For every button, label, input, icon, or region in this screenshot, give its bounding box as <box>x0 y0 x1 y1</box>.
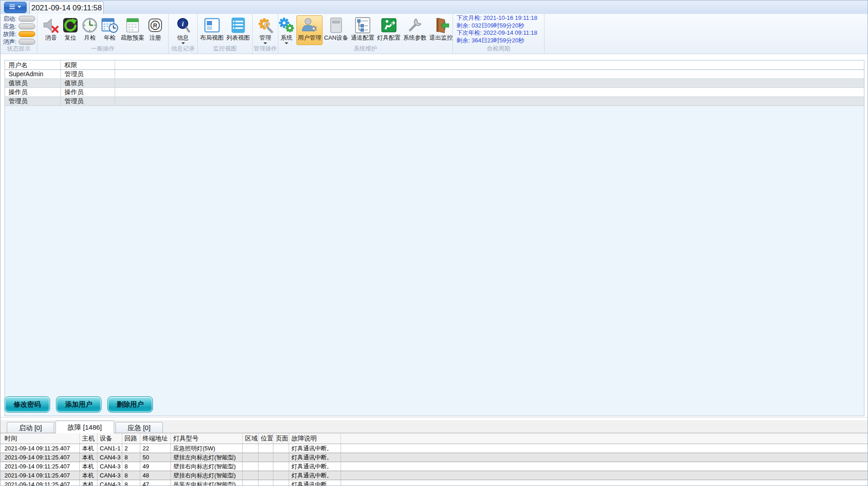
can-device-icon <box>328 16 344 34</box>
ribbon-group-views: 布局视图 列表视图 监控视图 <box>198 14 253 54</box>
app-menu-button[interactable] <box>4 2 27 13</box>
host-cell: 本机 <box>80 480 97 486</box>
column-header-loop[interactable]: 回路 <box>122 433 140 444</box>
lamp-model-cell: 壁挂右向标志灯(智能型) <box>171 462 243 471</box>
evacuation-plan-icon <box>125 16 141 34</box>
monthly-remaining-text: 剩余: 032日09时59分20秒 <box>457 22 524 30</box>
column-header-filler <box>341 433 868 444</box>
calendar-clock-icon <box>101 16 118 34</box>
fault-table-header: 时间 主机 设备 回路 终端地址 灯具型号 区域 位置 页面 故障说明 <box>0 433 868 444</box>
list-view-button[interactable]: 列表视图 <box>225 15 251 45</box>
fault-row[interactable]: 2021-09-14 09:11:25.407 本机 CAN1-1 2 22 应… <box>0 444 868 453</box>
column-header-device[interactable]: 设备 <box>97 433 122 444</box>
time-cell: 2021-09-14 09:11:25.407 <box>2 471 80 480</box>
time-cell: 2021-09-14 09:11:25.407 <box>2 453 80 462</box>
filler-cell <box>341 462 868 471</box>
annual-remaining-text: 剩余: 364日23时59分20秒 <box>457 37 524 45</box>
can-device-button[interactable]: CAN设备 <box>323 15 349 45</box>
manage-button[interactable]: 管理 <box>255 15 275 45</box>
info-button[interactable]: i 信息 <box>174 15 193 45</box>
column-header-fault-desc[interactable]: 故障说明 <box>289 433 341 444</box>
ribbon-group-system: 系统 <box>278 14 453 54</box>
status-fault: 故障: <box>3 31 35 37</box>
fault-desc-cell: 灯具通讯中断。 <box>289 444 341 453</box>
fault-indicator-led <box>18 31 35 37</box>
column-header-host[interactable]: 主机 <box>80 433 97 444</box>
device-cell: CAN4-3 <box>97 462 122 471</box>
fault-row[interactable]: 2021-09-14 09:11:25.407 本机 CAN4-3 8 50 壁… <box>0 453 868 462</box>
host-cell: 本机 <box>80 462 97 471</box>
fault-row[interactable]: 2021-09-14 09:11:25.407 本机 CAN4-3 8 49 壁… <box>0 462 868 471</box>
change-password-button[interactable]: 修改密码 <box>5 396 50 413</box>
column-header-username[interactable]: 用户名 <box>5 60 61 69</box>
dropdown-arrow-icon <box>181 42 185 44</box>
register-button[interactable]: R 注册 <box>146 15 165 45</box>
username-cell: 管理员 <box>5 97 61 105</box>
fault-row[interactable]: 2021-09-14 09:11:25.407 本机 CAN4-3 8 47 吊… <box>0 480 868 486</box>
column-header-page[interactable]: 页面 <box>273 433 289 444</box>
clock-title-tab: 2021-09-14 09:11:58 <box>29 1 104 14</box>
title-bar: 2021-09-14 09:11:58 <box>0 0 868 14</box>
device-cell: CAN4-3 <box>97 471 122 480</box>
tab-emergency-events[interactable]: 应急 [0] <box>115 422 163 433</box>
lamp-config-button[interactable]: 灯具配置 <box>376 15 402 45</box>
lamp-config-icon <box>380 16 397 34</box>
group-label-info: 信息记录 <box>169 46 197 54</box>
terminal-cell: 50 <box>140 453 171 462</box>
time-cell: 2021-09-14 09:11:25.407 <box>2 444 80 453</box>
location-cell <box>259 444 273 453</box>
event-log-tabs: 启动 [0] 故障 [1486] 应急 [0] <box>0 420 868 433</box>
start-indicator-led <box>18 16 35 22</box>
emergency-indicator-led <box>18 23 35 29</box>
user-row[interactable]: SuperAdmin 管理员 <box>5 70 864 79</box>
location-cell <box>259 480 273 486</box>
time-cell: 2021-09-14 09:11:25.407 <box>2 462 80 471</box>
exit-monitor-button[interactable]: 退出监控 <box>428 15 454 45</box>
location-cell <box>259 462 273 471</box>
user-manage-button[interactable]: 用户管理 <box>296 15 323 45</box>
area-cell <box>243 453 259 462</box>
column-header-location[interactable]: 位置 <box>259 433 273 444</box>
column-header-role[interactable]: 权限 <box>61 60 115 69</box>
add-user-button[interactable]: 添加用户 <box>56 396 102 413</box>
column-header-area[interactable]: 区域 <box>243 433 259 444</box>
status-emergency-label: 应急: <box>3 23 18 31</box>
fault-desc-cell: 灯具通讯中断。 <box>289 462 341 471</box>
evacuation-plan-button[interactable]: 疏散预案 <box>120 15 146 45</box>
status-mute-label: 消声: <box>3 38 18 46</box>
user-row[interactable]: 值班员 值班员 <box>5 79 864 88</box>
group-label-views: 监控视图 <box>198 46 252 54</box>
time-cell: 2021-09-14 09:11:25.407 <box>2 480 80 486</box>
fault-row[interactable]: 2021-09-14 09:11:25.407 本机 CAN4-3 8 48 壁… <box>0 471 868 480</box>
column-header-lamp-model[interactable]: 灯具型号 <box>171 433 243 444</box>
reset-button[interactable]: 复位 <box>61 15 80 45</box>
status-emergency: 应急: <box>3 23 35 30</box>
location-cell <box>259 453 273 462</box>
channel-config-button[interactable]: 通道配置 <box>350 15 376 45</box>
mute-button[interactable]: 消音 <box>41 15 61 45</box>
user-row[interactable]: 操作员 操作员 <box>5 88 864 97</box>
username-cell: SuperAdmin <box>5 70 61 78</box>
system-button[interactable]: 系统 <box>277 15 296 45</box>
dropdown-arrow-icon <box>263 42 267 44</box>
username-cell: 值班员 <box>5 79 61 87</box>
hamburger-menu-icon <box>8 4 23 12</box>
system-params-button[interactable]: 系统参数 <box>402 15 428 45</box>
delete-user-button[interactable]: 删除用户 <box>107 396 153 413</box>
horizontal-divider <box>0 417 868 418</box>
user-row[interactable]: 管理员 管理员 <box>5 97 864 106</box>
annual-check-button[interactable]: 年检 <box>100 15 120 45</box>
column-header-terminal[interactable]: 终端地址 <box>140 433 171 444</box>
page-cell <box>273 462 289 471</box>
next-annual-check-text: 下次年检: 2022-09-14 09:11:18 <box>457 29 537 37</box>
exit-door-icon <box>433 16 450 34</box>
tab-fault-events[interactable]: 故障 [1486] <box>55 421 114 433</box>
group-label-manage: 管理操作 <box>253 46 278 54</box>
user-table-header: 用户名 权限 <box>5 60 864 70</box>
group-label-status: 状态提示 <box>0 46 37 54</box>
terminal-cell: 47 <box>140 480 171 486</box>
column-header-time[interactable]: 时间 <box>2 433 80 444</box>
tab-start-events[interactable]: 启动 [0] <box>7 422 54 433</box>
layout-view-button[interactable]: 布局视图 <box>199 15 225 45</box>
monthly-check-button[interactable]: 月检 <box>80 15 100 45</box>
